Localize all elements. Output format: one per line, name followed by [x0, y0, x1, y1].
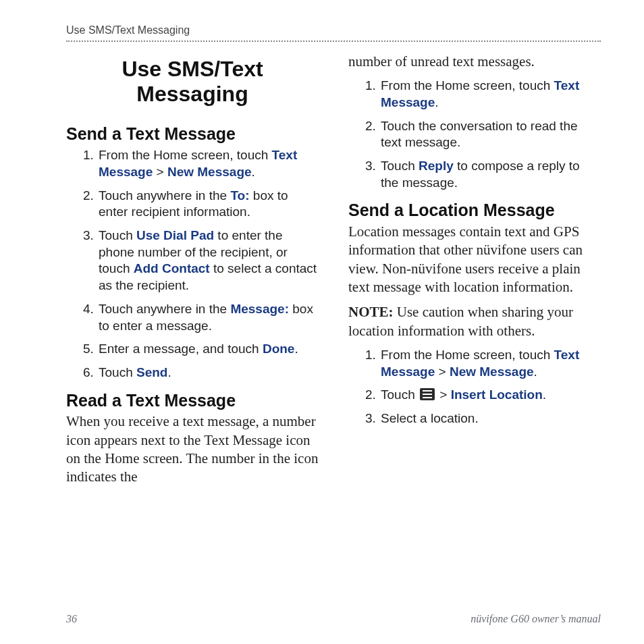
breadcrumb-separator: >: [436, 387, 451, 402]
keyword: Insert Location: [451, 387, 543, 402]
step-text: .: [534, 365, 537, 379]
breadcrumb-separator: >: [435, 365, 450, 379]
heading-send-location: Send a Location Message: [348, 200, 601, 220]
list-item: Touch Send.: [97, 365, 319, 381]
keyword: Reply: [419, 159, 454, 173]
step-text: Select a location.: [381, 411, 479, 425]
list-item: From the Home screen, touch Text Message…: [379, 78, 601, 111]
step-text: Touch: [381, 159, 419, 173]
step-text: .: [294, 342, 298, 356]
list-item: Touch > Insert Location.: [379, 387, 601, 404]
read-text-steps: From the Home screen, touch Text Message…: [348, 78, 601, 191]
manual-title: nüvifone G60 owner’s manual: [471, 613, 601, 625]
list-item: Touch Use Dial Pad to enter the phone nu…: [97, 227, 319, 294]
step-text: Touch: [381, 387, 419, 402]
step-text: From the Home screen, touch: [381, 348, 554, 362]
step-text: From the Home screen, touch: [99, 148, 272, 162]
list-item: Enter a message, and touch Done.: [97, 341, 319, 358]
note-label: NOTE:: [348, 304, 394, 320]
note-paragraph: NOTE: Use caution when sharing your loca…: [348, 303, 601, 340]
location-intro: Location messages contain text and GPS i…: [348, 223, 601, 296]
step-text: Touch: [99, 228, 136, 242]
page-footer: 36 nüvifone G60 owner’s manual: [66, 613, 601, 625]
page-number: 36: [66, 613, 77, 625]
send-text-steps: From the Home screen, touch Text Message…: [66, 147, 319, 381]
list-item: From the Home screen, touch Text Message…: [379, 347, 601, 380]
heading-read-text: Read a Text Message: [66, 391, 319, 410]
keyword: Done: [263, 342, 295, 356]
step-text: Touch the conversation to read the text …: [381, 119, 578, 150]
step-text: From the Home screen, touch: [381, 78, 554, 92]
step-text: .: [252, 165, 255, 179]
keyword: Add Contact: [134, 261, 210, 275]
step-text: .: [543, 387, 546, 402]
step-text: Touch anywhere in the: [99, 188, 230, 203]
two-column-layout: Use SMS/Text Messaging Send a Text Messa…: [66, 50, 601, 493]
list-item: Select a location.: [379, 410, 601, 427]
step-text: .: [435, 95, 438, 109]
list-item: Touch anywhere in the To: box to enter r…: [97, 188, 319, 221]
keyword: New Message: [450, 365, 534, 379]
keyword: Message:: [230, 302, 289, 316]
heading-send-text: Send a Text Message: [66, 124, 319, 144]
list-item: Touch the conversation to read the text …: [379, 118, 601, 151]
list-item: Touch Reply to compose a reply to the me…: [379, 158, 601, 191]
left-column: Use SMS/Text Messaging Send a Text Messa…: [66, 50, 319, 493]
page-title: Use SMS/Text Messaging: [66, 57, 319, 107]
step-text: Enter a message, and touch: [99, 342, 263, 356]
keyword: Send: [136, 365, 167, 379]
read-text-intro: When you receive a text message, a numbe…: [66, 412, 319, 486]
step-text: Touch: [99, 365, 136, 379]
list-item: From the Home screen, touch Text Message…: [97, 147, 319, 180]
right-column: number of unread text messages. From the…: [348, 50, 601, 493]
menu-icon: [420, 388, 435, 400]
step-text: Touch anywhere in the: [99, 302, 230, 316]
list-item: Touch anywhere in the Message: box to en…: [97, 301, 319, 334]
send-location-steps: From the Home screen, touch Text Message…: [348, 347, 601, 427]
keyword: Use Dial Pad: [136, 228, 214, 242]
keyword: New Message: [167, 165, 252, 179]
breadcrumb-separator: >: [153, 165, 167, 179]
running-header: Use SMS/Text Messaging: [66, 24, 601, 42]
step-text: .: [167, 365, 171, 379]
continuation-text: number of unread text messages.: [348, 53, 601, 71]
keyword: To:: [230, 188, 249, 203]
